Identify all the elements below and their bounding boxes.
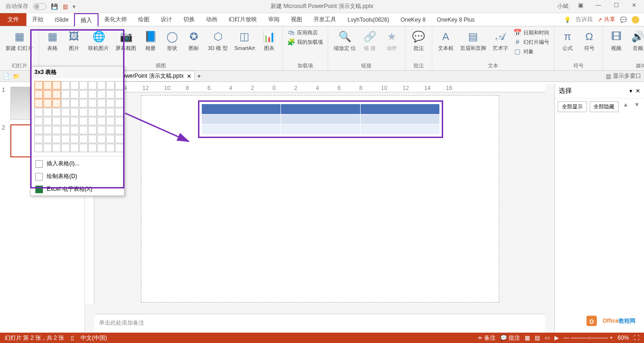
picture-button[interactable]: 🖼图片 [64, 28, 84, 52]
icons-button[interactable]: ✪图标 [183, 28, 204, 52]
draw-table-item[interactable]: 绘制表格(D) [31, 170, 124, 183]
multiview-icon[interactable]: ▥ [606, 73, 611, 80]
tab-view[interactable]: 视图 [285, 13, 308, 26]
file-icon[interactable]: 📄 [3, 73, 10, 80]
group-addins: 加载项 [297, 62, 313, 69]
save-icon[interactable]: 💾 [51, 3, 58, 10]
watermark-logo: O Office教程网 [584, 313, 636, 329]
multiview-label[interactable]: 显示多窗口 [613, 72, 641, 80]
tab-slideshow[interactable]: 幻灯片放映 [223, 13, 263, 26]
close-tab-icon[interactable]: ✕ [187, 73, 191, 80]
move-down-icon[interactable]: ▼ [633, 101, 641, 112]
tab-islide[interactable]: iSlide [49, 13, 74, 26]
view-normal-icon[interactable]: ▦ [525, 335, 530, 341]
new-slide-button[interactable]: ▦新建 幻灯片 [3, 28, 36, 52]
username[interactable]: 小斌 [557, 2, 569, 10]
album-button[interactable]: 📘相册 [140, 28, 161, 52]
tab-onekey8plus[interactable]: OneKey 8 Plus [431, 13, 480, 26]
qat-icon[interactable]: ▥ [63, 3, 68, 10]
myaddins-button[interactable]: 🧩我的加载项 [286, 38, 325, 46]
tab-lvyhtools[interactable]: LvyhTools(0826) [342, 13, 395, 26]
language[interactable]: 中文(中国) [81, 334, 107, 342]
excel-sheet-item[interactable]: Excel 电子表格(X) [31, 183, 124, 196]
comment-button[interactable]: 💬批注 [408, 28, 429, 52]
tab-animations[interactable]: 动画 [200, 13, 223, 26]
table-button[interactable]: ▦表格 [42, 28, 63, 52]
store-button[interactable]: 🛍应用商店 [286, 28, 320, 37]
document-tab[interactable]: PowerPoint 演示文稿.pptx ✕ [115, 71, 195, 82]
move-up-icon[interactable]: ▲ [621, 101, 630, 112]
wordart-button[interactable]: 𝒜艺术字 [490, 28, 511, 52]
notes-status-button[interactable]: ≐ 备注 [478, 334, 495, 342]
tab-review[interactable]: 审阅 [263, 13, 285, 26]
excel-icon [35, 186, 43, 193]
folder-icon[interactable]: 📁 [13, 73, 20, 80]
minimize-icon[interactable]: — [592, 2, 604, 11]
slide-info: 幻灯片 第 2 张，共 2 张 [5, 334, 64, 342]
group-text: 文本 [488, 62, 498, 69]
window-title: 新建 Microsoft PowerPoint 演示文稿.pptx [271, 2, 373, 10]
table-grid-picker[interactable] [31, 78, 124, 155]
smartart-button[interactable]: ◫SmartArt [231, 28, 257, 52]
tab-devtools[interactable]: 开发工具 [308, 13, 342, 26]
zoom-button[interactable]: 🔍缩放定 位 [331, 28, 359, 52]
pane-close-icon[interactable]: ✕ [636, 88, 640, 94]
zoom-value[interactable]: 60% [618, 335, 629, 341]
view-reading-icon[interactable]: ▭ [545, 335, 550, 341]
3dmodel-button[interactable]: ⬡3D 模 型 [205, 28, 231, 52]
pane-title: 选择 [559, 87, 572, 95]
table-dropdown: 3x3 表格 插入表格(I)... 绘制表格(D) Excel 电子表格(X) [30, 66, 124, 196]
chart-button[interactable]: 📊图表 [259, 28, 280, 52]
video-button[interactable]: 🎞视频 [606, 28, 627, 52]
slidenum-button[interactable]: #幻灯片编号 [512, 38, 551, 46]
tab-onekey8[interactable]: OneKey 8 [395, 13, 431, 26]
tab-transitions[interactable]: 切换 [178, 13, 200, 26]
spellcheck-icon[interactable]: ▯ [71, 335, 74, 341]
headerfooter-button[interactable]: ▤页眉和页脚 [457, 28, 489, 52]
tab-file[interactable]: 文件 [0, 13, 26, 26]
audio-button[interactable]: 🔊音频 [627, 28, 644, 52]
link-button[interactable]: 🔗链 接 [360, 28, 380, 52]
emoji-icon[interactable] [632, 16, 639, 24]
textbox-button[interactable]: A文本框 [435, 28, 456, 52]
svg-text:O: O [589, 318, 594, 325]
close-icon[interactable]: ✕ [628, 2, 640, 11]
bulb-icon: 💡 [564, 16, 571, 23]
action-button[interactable]: ★动作 [381, 28, 402, 52]
comments-status-button[interactable]: 💬 批注 [500, 334, 520, 342]
thumb-number: 2 [2, 124, 8, 131]
hide-all-button[interactable]: 全部隐藏 [590, 101, 619, 112]
view-sorter-icon[interactable]: ▤ [535, 335, 540, 341]
document-tab-label: PowerPoint 演示文稿.pptx [118, 72, 184, 80]
screenshot-button[interactable]: 📷屏幕截图 [113, 28, 139, 52]
autosave-toggle[interactable] [33, 3, 46, 10]
fit-icon[interactable]: ⛶ [634, 335, 639, 341]
pane-dropdown-icon[interactable]: ▾ [629, 88, 632, 94]
ribbon-options-icon[interactable]: ▣ [574, 2, 586, 11]
show-all-button[interactable]: 全部显示 [558, 101, 587, 112]
object-button[interactable]: ▢对象 [512, 47, 536, 56]
tab-insert[interactable]: 插入 [74, 13, 99, 26]
qat-dropdown-icon[interactable]: ▾ [73, 3, 75, 10]
comments-bubble-icon[interactable]: 💬 [620, 16, 627, 23]
tab-beautify[interactable]: 美化大师 [99, 13, 132, 26]
new-tab-icon[interactable]: + [198, 73, 201, 80]
symbol-button[interactable]: Ω符号 [579, 28, 600, 52]
maximize-icon[interactable]: ☐ [610, 2, 622, 11]
inserted-table[interactable] [198, 100, 443, 138]
view-slideshow-icon[interactable]: ▶ [554, 335, 559, 341]
slide-canvas[interactable] [141, 95, 499, 302]
online-picture-button[interactable]: 🌐联机图片 [85, 28, 112, 52]
tab-home[interactable]: 开始 [26, 13, 49, 26]
notes-placeholder[interactable]: 单击此处添加备注 [94, 314, 545, 333]
datetime-button[interactable]: 📅日期和时间 [512, 28, 551, 37]
tab-design[interactable]: 设计 [155, 13, 178, 26]
insert-table-item[interactable]: 插入表格(I)... [31, 157, 124, 170]
shapes-button[interactable]: ◯形状 [162, 28, 182, 52]
ribbon: ▦新建 幻灯片 幻灯片 ▦表格 🖼图片 🌐联机图片 📷屏幕截图 📘相册 ◯形状 … [0, 26, 644, 71]
tab-draw[interactable]: 绘图 [132, 13, 155, 26]
tellme[interactable]: 告诉我 [576, 16, 593, 24]
equation-button[interactable]: π公式 [557, 28, 578, 52]
group-slides: 幻灯片 [12, 62, 27, 69]
share-button[interactable]: ↗ 共享 [597, 16, 615, 24]
